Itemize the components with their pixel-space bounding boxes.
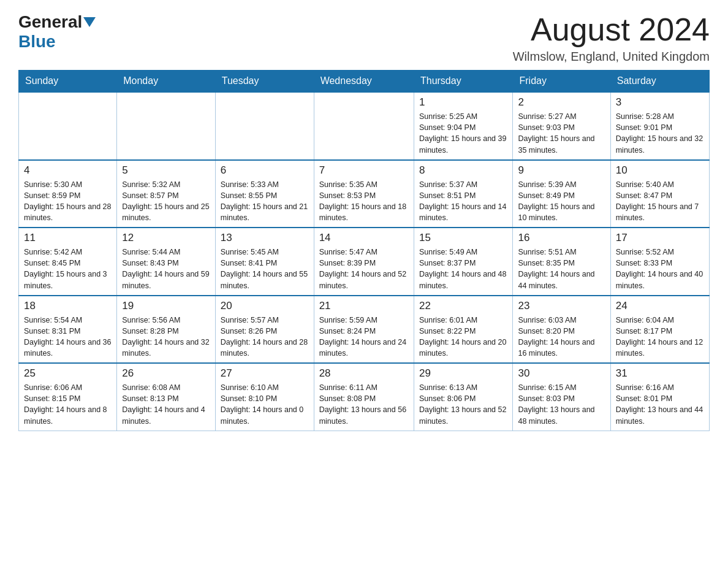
day-info: Sunrise: 6:08 AM Sunset: 8:13 PM Dayligh… [122, 382, 210, 427]
calendar-cell: 13Sunrise: 5:45 AM Sunset: 8:41 PM Dayli… [215, 228, 314, 296]
day-info: Sunrise: 5:28 AM Sunset: 9:01 PM Dayligh… [616, 111, 704, 156]
calendar-cell: 11Sunrise: 5:42 AM Sunset: 8:45 PM Dayli… [19, 228, 117, 296]
day-number: 19 [122, 300, 210, 312]
day-info: Sunrise: 5:49 AM Sunset: 8:37 PM Dayligh… [419, 247, 508, 291]
day-number: 5 [122, 164, 210, 177]
day-info: Sunrise: 5:45 AM Sunset: 8:41 PM Dayligh… [221, 247, 309, 291]
day-number: 23 [518, 300, 605, 312]
day-info: Sunrise: 5:54 AM Sunset: 8:31 PM Dayligh… [24, 315, 112, 359]
calendar-cell [19, 92, 117, 160]
calendar-table: SundayMondayTuesdayWednesdayThursdayFrid… [18, 70, 710, 431]
day-number: 2 [518, 96, 605, 109]
calendar-cell: 28Sunrise: 6:11 AM Sunset: 8:08 PM Dayli… [314, 363, 414, 431]
day-info: Sunrise: 5:47 AM Sunset: 8:39 PM Dayligh… [319, 247, 409, 291]
weekday-header-wednesday: Wednesday [314, 71, 414, 93]
month-title: August 2024 [513, 12, 710, 47]
week-row-3: 11Sunrise: 5:42 AM Sunset: 8:45 PM Dayli… [19, 228, 710, 296]
calendar-cell: 14Sunrise: 5:47 AM Sunset: 8:39 PM Dayli… [314, 228, 414, 296]
logo-triangle-icon [83, 17, 96, 27]
weekday-header-saturday: Saturday [610, 71, 709, 93]
calendar-cell: 26Sunrise: 6:08 AM Sunset: 8:13 PM Dayli… [117, 363, 216, 431]
calendar-cell: 21Sunrise: 5:59 AM Sunset: 8:24 PM Dayli… [314, 296, 414, 364]
day-number: 27 [221, 367, 309, 380]
day-info: Sunrise: 6:15 AM Sunset: 8:03 PM Dayligh… [518, 382, 605, 427]
day-info: Sunrise: 6:11 AM Sunset: 8:08 PM Dayligh… [319, 382, 409, 427]
calendar-cell: 23Sunrise: 6:03 AM Sunset: 8:20 PM Dayli… [513, 296, 610, 364]
day-number: 13 [221, 232, 309, 244]
day-number: 1 [419, 96, 508, 109]
day-number: 28 [319, 367, 409, 380]
calendar-cell: 17Sunrise: 5:52 AM Sunset: 8:33 PM Dayli… [610, 228, 709, 296]
day-number: 21 [319, 300, 409, 312]
calendar-cell: 5Sunrise: 5:32 AM Sunset: 8:57 PM Daylig… [117, 160, 216, 228]
day-number: 26 [122, 367, 210, 380]
calendar-cell: 22Sunrise: 6:01 AM Sunset: 8:22 PM Dayli… [414, 296, 513, 364]
day-info: Sunrise: 5:37 AM Sunset: 8:51 PM Dayligh… [419, 179, 508, 224]
calendar-cell: 19Sunrise: 5:56 AM Sunset: 8:28 PM Dayli… [117, 296, 216, 364]
day-info: Sunrise: 6:03 AM Sunset: 8:20 PM Dayligh… [518, 315, 605, 359]
calendar-cell: 7Sunrise: 5:35 AM Sunset: 8:53 PM Daylig… [314, 160, 414, 228]
day-number: 4 [24, 164, 112, 177]
day-info: Sunrise: 5:27 AM Sunset: 9:03 PM Dayligh… [518, 111, 605, 156]
calendar-cell: 9Sunrise: 5:39 AM Sunset: 8:49 PM Daylig… [513, 160, 610, 228]
calendar-cell: 10Sunrise: 5:40 AM Sunset: 8:47 PM Dayli… [610, 160, 709, 228]
day-info: Sunrise: 6:04 AM Sunset: 8:17 PM Dayligh… [616, 315, 704, 359]
calendar-cell: 6Sunrise: 5:33 AM Sunset: 8:55 PM Daylig… [215, 160, 314, 228]
calendar-cell: 1Sunrise: 5:25 AM Sunset: 9:04 PM Daylig… [414, 92, 513, 160]
day-info: Sunrise: 5:39 AM Sunset: 8:49 PM Dayligh… [518, 179, 605, 224]
day-number: 6 [221, 164, 309, 177]
week-row-5: 25Sunrise: 6:06 AM Sunset: 8:15 PM Dayli… [19, 363, 710, 431]
calendar-cell: 31Sunrise: 6:16 AM Sunset: 8:01 PM Dayli… [610, 363, 709, 431]
week-row-4: 18Sunrise: 5:54 AM Sunset: 8:31 PM Dayli… [19, 296, 710, 364]
day-info: Sunrise: 5:56 AM Sunset: 8:28 PM Dayligh… [122, 315, 210, 359]
day-number: 17 [616, 232, 704, 244]
day-number: 16 [518, 232, 605, 244]
location-text: Wilmslow, England, United Kingdom [513, 50, 710, 64]
day-number: 12 [122, 232, 210, 244]
day-number: 14 [319, 232, 409, 244]
day-info: Sunrise: 5:57 AM Sunset: 8:26 PM Dayligh… [221, 315, 309, 359]
day-info: Sunrise: 5:25 AM Sunset: 9:04 PM Dayligh… [419, 111, 508, 156]
calendar-cell: 27Sunrise: 6:10 AM Sunset: 8:10 PM Dayli… [215, 363, 314, 431]
day-number: 18 [24, 300, 112, 312]
day-info: Sunrise: 5:40 AM Sunset: 8:47 PM Dayligh… [616, 179, 704, 224]
day-number: 8 [419, 164, 508, 177]
logo-blue-text: Blue [18, 32, 56, 52]
calendar-cell: 12Sunrise: 5:44 AM Sunset: 8:43 PM Dayli… [117, 228, 216, 296]
day-info: Sunrise: 5:44 AM Sunset: 8:43 PM Dayligh… [122, 247, 210, 291]
calendar-cell [117, 92, 216, 160]
calendar-cell: 4Sunrise: 5:30 AM Sunset: 8:59 PM Daylig… [19, 160, 117, 228]
weekday-header-monday: Monday [117, 71, 216, 93]
day-number: 3 [616, 96, 704, 109]
day-info: Sunrise: 6:01 AM Sunset: 8:22 PM Dayligh… [419, 315, 508, 359]
day-number: 31 [616, 367, 704, 380]
day-number: 24 [616, 300, 704, 312]
day-info: Sunrise: 5:59 AM Sunset: 8:24 PM Dayligh… [319, 315, 409, 359]
day-info: Sunrise: 5:32 AM Sunset: 8:57 PM Dayligh… [122, 179, 210, 224]
day-info: Sunrise: 6:16 AM Sunset: 8:01 PM Dayligh… [616, 382, 704, 427]
day-info: Sunrise: 5:35 AM Sunset: 8:53 PM Dayligh… [319, 179, 409, 224]
day-info: Sunrise: 5:42 AM Sunset: 8:45 PM Dayligh… [24, 247, 112, 291]
day-info: Sunrise: 5:52 AM Sunset: 8:33 PM Dayligh… [616, 247, 704, 291]
calendar-cell: 18Sunrise: 5:54 AM Sunset: 8:31 PM Dayli… [19, 296, 117, 364]
calendar-cell: 8Sunrise: 5:37 AM Sunset: 8:51 PM Daylig… [414, 160, 513, 228]
day-number: 30 [518, 367, 605, 380]
day-number: 7 [319, 164, 409, 177]
day-info: Sunrise: 5:33 AM Sunset: 8:55 PM Dayligh… [221, 179, 309, 224]
title-area: August 2024 Wilmslow, England, United Ki… [513, 12, 710, 64]
calendar-cell: 15Sunrise: 5:49 AM Sunset: 8:37 PM Dayli… [414, 228, 513, 296]
day-number: 9 [518, 164, 605, 177]
calendar-cell [215, 92, 314, 160]
calendar-cell: 3Sunrise: 5:28 AM Sunset: 9:01 PM Daylig… [610, 92, 709, 160]
weekday-header-friday: Friday [513, 71, 610, 93]
day-number: 15 [419, 232, 508, 244]
logo-general-text: General [18, 12, 82, 32]
day-info: Sunrise: 5:30 AM Sunset: 8:59 PM Dayligh… [24, 179, 112, 224]
calendar-cell: 30Sunrise: 6:15 AM Sunset: 8:03 PM Dayli… [513, 363, 610, 431]
day-number: 11 [24, 232, 112, 244]
calendar-cell: 2Sunrise: 5:27 AM Sunset: 9:03 PM Daylig… [513, 92, 610, 160]
week-row-2: 4Sunrise: 5:30 AM Sunset: 8:59 PM Daylig… [19, 160, 710, 228]
weekday-header-sunday: Sunday [19, 71, 117, 93]
weekday-header-thursday: Thursday [414, 71, 513, 93]
day-number: 25 [24, 367, 112, 380]
